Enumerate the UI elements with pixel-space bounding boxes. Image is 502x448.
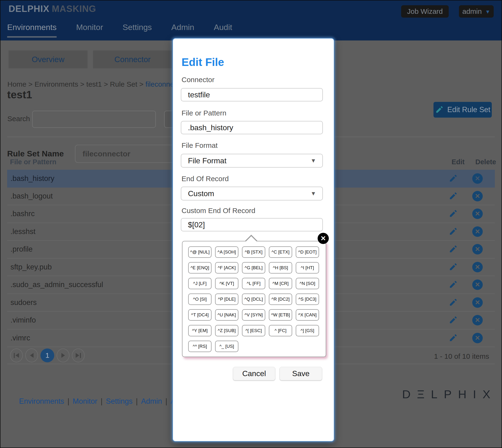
file-format-select[interactable]: File Format ▼: [181, 154, 323, 168]
delete-icon[interactable]: ✕: [472, 244, 483, 255]
job-wizard-button[interactable]: Job Wizard: [401, 5, 449, 18]
control-char-button[interactable]: ^V [SYN]: [242, 309, 265, 321]
control-char-button[interactable]: ^J [LF]: [188, 278, 212, 289]
edit-pencil-icon[interactable]: [448, 174, 457, 183]
first-page-button[interactable]: [10, 349, 23, 362]
delete-icon[interactable]: ✕: [472, 226, 483, 237]
file-name: .bashrc: [11, 209, 35, 218]
delete-icon[interactable]: ✕: [472, 191, 483, 201]
prev-page-button[interactable]: [25, 349, 38, 362]
custom-end-of-record-label: Custom End Of Record: [182, 207, 255, 215]
footer-links: Environments|Monitor|Settings|Admin|Audi…: [19, 397, 187, 406]
main-nav: EnvironmentsMonitorSettingsAdminAudit: [7, 23, 252, 38]
edit-pencil-icon[interactable]: [448, 209, 457, 218]
search-input[interactable]: [32, 111, 156, 128]
control-char-button[interactable]: ^Q [DCL]: [242, 293, 265, 305]
delete-icon[interactable]: ✕: [472, 315, 483, 325]
file-name: sudoers: [11, 298, 37, 307]
edit-pencil-icon[interactable]: [448, 263, 457, 272]
control-char-button[interactable]: ^] [GS]: [296, 325, 319, 336]
control-char-button[interactable]: ^^ [RS]: [188, 341, 212, 352]
nav-item-admin[interactable]: Admin: [171, 23, 194, 38]
control-char-button[interactable]: ^T [DC4]: [188, 309, 212, 321]
footer-link-admin[interactable]: Admin: [141, 397, 162, 405]
cancel-button[interactable]: Cancel: [233, 367, 275, 380]
control-char-button[interactable]: ^E [ENQ]: [188, 262, 212, 273]
nav-item-settings[interactable]: Settings: [122, 23, 152, 38]
delete-icon[interactable]: ✕: [472, 262, 483, 272]
row-actions: ✕: [448, 188, 495, 205]
edit-pencil-icon[interactable]: [448, 227, 457, 236]
nav-item-monitor[interactable]: Monitor: [76, 23, 103, 38]
control-char-button[interactable]: ^H [BS]: [269, 262, 292, 273]
control-char-button[interactable]: ^K [VT]: [215, 278, 238, 289]
edit-pencil-icon[interactable]: [448, 280, 457, 289]
delete-icon[interactable]: ✕: [472, 279, 483, 290]
control-char-button[interactable]: ^@ [NUL]: [188, 246, 212, 258]
edit-pencil-icon[interactable]: [448, 334, 457, 343]
tab-connector[interactable]: Connector: [93, 50, 172, 68]
control-char-button[interactable]: ^G [BEL]: [242, 262, 265, 273]
control-char-button[interactable]: ^Y [EM]: [188, 325, 212, 336]
close-popup-button[interactable]: ✕: [318, 233, 329, 244]
control-character-picker: ^@ [NUL]^A [SOH]^B [STX]^C [ETX]^D [EOT]…: [182, 241, 326, 357]
user-menu-button[interactable]: admin ▼: [459, 5, 494, 18]
edit-pencil-icon[interactable]: [448, 245, 457, 254]
delete-icon[interactable]: ✕: [472, 173, 483, 184]
footer-link-environments[interactable]: Environments: [19, 397, 64, 405]
connector-label: Connector: [182, 76, 214, 84]
row-actions: ✕: [448, 258, 495, 276]
control-char-button[interactable]: ^B [STX]: [242, 246, 265, 258]
control-char-button[interactable]: ^A [SOH]: [215, 246, 238, 258]
breadcrumb-path: Home > Environments > test1 > Rule Set >: [7, 80, 145, 88]
edit-pencil-icon[interactable]: [448, 316, 457, 325]
edit-pencil-icon[interactable]: [448, 298, 457, 307]
file-or-pattern-input[interactable]: [181, 121, 323, 134]
control-char-button[interactable]: ^M [CR]: [269, 278, 292, 289]
file-name: .viminfo: [11, 316, 36, 324]
control-char-button[interactable]: ^ [FC]: [269, 325, 292, 336]
control-char-button[interactable]: ^S [DC3]: [296, 293, 319, 305]
popup-caret-fill: [246, 236, 257, 242]
control-char-button[interactable]: ^C [ETX]: [269, 246, 292, 258]
control-char-button[interactable]: ^R [DC2]: [269, 293, 292, 305]
control-char-button[interactable]: ^U [NAK]: [215, 309, 238, 321]
nav-item-audit[interactable]: Audit: [214, 23, 232, 38]
control-char-button[interactable]: ^P [DLE]: [215, 293, 238, 305]
control-char-button[interactable]: ^W [ETB]: [269, 309, 292, 321]
delete-icon[interactable]: ✕: [472, 208, 483, 219]
control-char-button[interactable]: ^O [SI]: [188, 293, 212, 305]
end-of-record-label: End Of Record: [182, 175, 229, 183]
control-char-button[interactable]: ^F [ACK]: [215, 262, 238, 273]
file-name: sftp_key.pub: [11, 263, 52, 271]
tab-overview[interactable]: Overview: [9, 50, 88, 68]
row-actions: ✕: [448, 312, 495, 329]
control-char-button[interactable]: ^_ [US]: [215, 341, 238, 352]
delete-icon[interactable]: ✕: [472, 333, 483, 343]
control-char-button[interactable]: ^N [SO]: [296, 278, 319, 289]
row-actions: ✕: [448, 294, 495, 311]
next-page-button[interactable]: [57, 349, 69, 362]
control-char-button[interactable]: ^[ [ESC]: [242, 325, 265, 336]
control-char-button[interactable]: ^Z [SUB]: [215, 325, 238, 336]
current-page-button[interactable]: 1: [40, 349, 54, 362]
control-char-button[interactable]: ^I [HT]: [296, 262, 319, 273]
connector-input[interactable]: [181, 88, 323, 101]
control-char-button[interactable]: ^D [EOT]: [296, 246, 319, 258]
edit-rule-set-button[interactable]: Edit Rule Set: [433, 102, 492, 118]
file-name: .lesshst: [11, 227, 35, 236]
footer-link-settings[interactable]: Settings: [106, 397, 133, 405]
footer-link-monitor[interactable]: Monitor: [73, 397, 97, 405]
control-char-button[interactable]: ^L [FF]: [242, 278, 265, 289]
end-of-record-select[interactable]: Custom ▼: [181, 187, 323, 200]
nav-item-environments[interactable]: Environments: [7, 23, 57, 38]
delete-icon[interactable]: ✕: [472, 297, 483, 308]
last-page-button[interactable]: [72, 349, 85, 362]
items-count-label: 1 - 10 of 10 items: [434, 352, 489, 360]
custom-end-of-record-input[interactable]: [181, 218, 323, 231]
column-header-file-or-pattern: File or Pattern: [10, 158, 56, 166]
save-button[interactable]: Save: [280, 367, 322, 380]
file-name: .sudo_as_admin_successful: [11, 280, 103, 289]
control-char-button[interactable]: ^X [CAN]: [296, 309, 319, 321]
edit-pencil-icon[interactable]: [448, 192, 457, 201]
